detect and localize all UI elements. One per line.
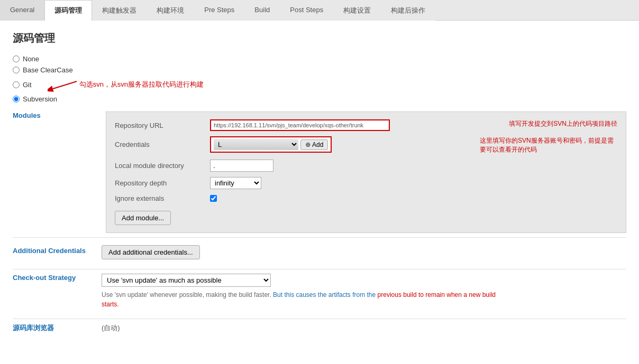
- radio-group: None Base ClearCase Git: [13, 55, 626, 103]
- local-module-input[interactable]: [210, 160, 273, 172]
- tab-source-management[interactable]: 源码管理: [44, 0, 92, 21]
- radio-clearcase-input[interactable]: [13, 67, 20, 73]
- tab-post-steps[interactable]: Post Steps: [280, 0, 333, 21]
- tab-general[interactable]: General: [0, 0, 44, 21]
- repo-url-input[interactable]: [210, 119, 390, 131]
- main-content: 源码管理 None Base ClearCase Git: [0, 21, 639, 364]
- checkout-content: Use 'svn update' as much as possible Alw…: [102, 274, 626, 309]
- plus-icon: ⊕: [305, 141, 311, 148]
- radio-git[interactable]: Git: [13, 81, 32, 89]
- radio-none[interactable]: None: [13, 55, 626, 63]
- ignore-externals-row: Ignore externals: [115, 194, 617, 202]
- credentials-add-button[interactable]: ⊕ Add: [300, 139, 328, 150]
- checkout-desc-blue: But this causes the artifacts from the: [273, 291, 376, 298]
- ignore-externals-label: Ignore externals: [115, 194, 210, 202]
- annotation-container: 勾选svn，从svn服务器拉取代码进行构建: [48, 77, 204, 92]
- repo-url-annotation: 填写开发提交到SVN上的代码项目路径: [509, 119, 617, 128]
- add-btn-label: Add: [312, 141, 323, 148]
- credentials-row: L ⊕ Add: [210, 136, 332, 153]
- checkout-description: Use 'svn update' whenever possible, maki…: [102, 290, 514, 309]
- checkout-strategy-select[interactable]: Use 'svn update' as much as possible Alw…: [102, 274, 271, 287]
- repo-depth-select[interactable]: infinity empty files immediates: [210, 177, 261, 189]
- add-module-button[interactable]: Add module...: [115, 211, 171, 225]
- radio-clearcase[interactable]: Base ClearCase: [13, 66, 626, 74]
- credentials-label: Credentials: [115, 141, 210, 148]
- annotation-text: 勾选svn，从svn服务器拉取代码进行构建: [79, 80, 204, 89]
- tab-bar: General 源码管理 构建触发器 构建环境 Pre Steps Build …: [0, 0, 639, 21]
- radio-clearcase-label: Base ClearCase: [23, 66, 73, 74]
- radio-subversion-input[interactable]: [13, 96, 20, 102]
- ignore-externals-checkbox[interactable]: [210, 195, 217, 202]
- repo-depth-label: Repository depth: [115, 179, 210, 187]
- repo-depth-row: Repository depth infinity empty files im…: [115, 177, 617, 189]
- radio-git-input[interactable]: [13, 81, 20, 88]
- credentials-annotation: 这里填写你的SVN服务器账号和密码，前提是需要可以查看开的代码: [480, 136, 617, 154]
- local-module-row: Local module directory: [115, 160, 617, 172]
- repo-url-label: Repository URL: [115, 122, 210, 129]
- source-browser-section: 源码库浏览器 (自动): [13, 319, 626, 337]
- radio-git-label: Git: [23, 81, 32, 89]
- additional-credentials-label: Additional Credentials: [13, 247, 97, 255]
- add-additional-credentials-button[interactable]: Add additional credentials...: [102, 245, 200, 259]
- tab-pre-steps[interactable]: Pre Steps: [194, 0, 244, 21]
- tab-build[interactable]: Build: [244, 0, 280, 21]
- checkout-strategy-section: Check-out Strategy Use 'svn update' as m…: [13, 269, 626, 313]
- radio-subversion[interactable]: Subversion: [13, 95, 626, 103]
- additional-credentials-section: Additional Credentials Add additional cr…: [13, 237, 626, 264]
- svg-line-1: [53, 81, 77, 89]
- radio-subversion-label: Subversion: [23, 95, 57, 103]
- credentials-select[interactable]: L: [214, 139, 298, 150]
- tab-build-settings[interactable]: 构建设置: [333, 0, 381, 21]
- source-browser-label: 源码库浏览器: [13, 323, 97, 333]
- tab-post-build[interactable]: 构建后操作: [381, 0, 435, 21]
- tab-build-trigger[interactable]: 构建触发器: [92, 0, 147, 21]
- radio-none-label: None: [23, 55, 39, 63]
- local-module-label: Local module directory: [115, 162, 210, 170]
- source-browser-value: (自动): [102, 323, 120, 333]
- modules-section: Modules Repository URL 填写开发提交到SVN上的代码项目路…: [13, 111, 626, 233]
- page-title: 源码管理: [13, 31, 626, 45]
- modules-label: Modules: [13, 111, 97, 119]
- checkout-strategy-label: Check-out Strategy: [13, 274, 97, 282]
- tab-build-env[interactable]: 构建环境: [147, 0, 194, 21]
- arrow-icon: [48, 77, 79, 92]
- radio-none-input[interactable]: [13, 55, 20, 62]
- modules-panel: Repository URL 填写开发提交到SVN上的代码项目路径 Creden…: [106, 111, 626, 233]
